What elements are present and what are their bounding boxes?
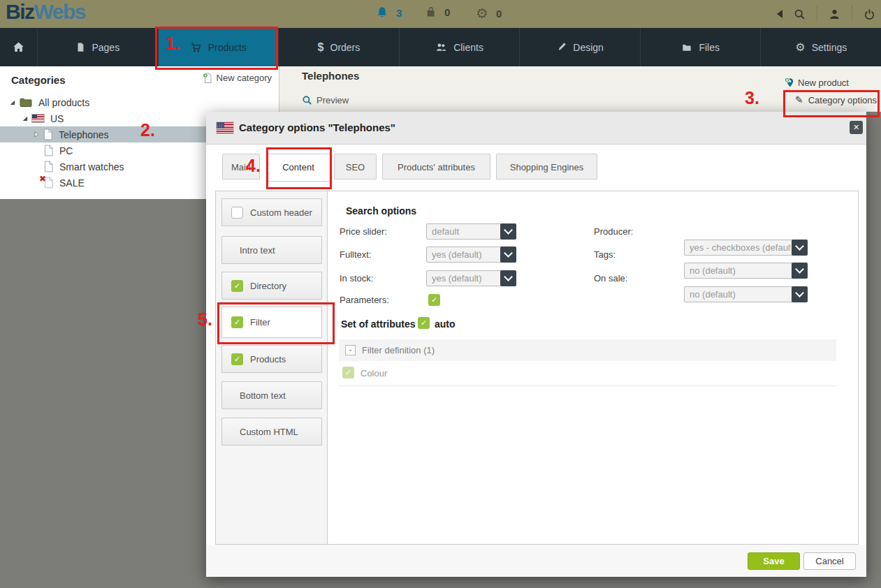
top-header-bar: BizWebs 3 0 ⚙ 0 <box>0 0 881 28</box>
collapse-minus-icon[interactable]: - <box>345 345 356 355</box>
filter-definition-label: Filter definition (1) <box>362 339 435 361</box>
parameters-checkbox[interactable]: ✓ <box>428 294 440 306</box>
section-button-filter[interactable]: ✓ Filter <box>221 307 322 338</box>
category-options-modal: Category options "Telephones" ✕ Main Con… <box>206 112 866 577</box>
colour-checkbox[interactable]: ✓ <box>342 367 354 378</box>
price-slider-select[interactable]: default <box>426 223 516 240</box>
section-button-directory[interactable]: ✓ Directory <box>221 272 322 300</box>
modal-footer: Save Cancel <box>206 545 866 577</box>
tree-item-all-products[interactable]: All products <box>0 94 288 110</box>
tab-products-attributes[interactable]: Products' attributes <box>382 154 490 179</box>
section-label: Filter <box>250 317 270 328</box>
folder-icon <box>681 43 692 52</box>
nav-item-design[interactable]: Design <box>519 28 640 66</box>
price-slider-label: Price slider: <box>340 223 387 240</box>
filter-definition-bar: - Filter definition (1) <box>339 339 836 361</box>
category-options-label: Category options <box>808 95 877 105</box>
tab-content[interactable]: Content <box>266 154 330 182</box>
checkbox-checked[interactable]: ✓ <box>231 353 243 365</box>
auto-label: auto <box>435 318 456 330</box>
section-button-bottom-text[interactable]: Bottom text <box>221 381 322 409</box>
section-label: Directory <box>250 281 286 291</box>
system-count: 0 <box>496 8 502 20</box>
parameters-label: Parameters: <box>340 295 389 305</box>
power-icon[interactable] <box>864 8 875 20</box>
document-icon <box>44 161 53 172</box>
folder-icon <box>20 98 32 108</box>
checkbox-checked[interactable]: ✓ <box>231 280 243 292</box>
notifications-group[interactable]: 3 <box>376 6 402 19</box>
nav-label: Orders <box>330 42 361 53</box>
pencil-icon: ✎ <box>795 94 803 105</box>
nav-label: Clients <box>453 42 483 53</box>
nav-item-pages[interactable]: Pages <box>37 28 158 66</box>
modal-header: Category options "Telephones" ✕ <box>206 112 866 145</box>
close-icon[interactable]: ✕ <box>850 121 863 134</box>
in-stock-select[interactable]: yes (default) <box>426 270 516 286</box>
dollar-icon: $ <box>318 41 324 54</box>
form-row: Fulltext: yes (default) Tags: no (defaul… <box>340 247 837 263</box>
chevron-down-icon[interactable] <box>500 270 516 286</box>
nav-item-clients[interactable]: Clients <box>399 28 520 66</box>
section-button-products[interactable]: ✓ Products <box>221 345 322 373</box>
tree-open-arrow-icon[interactable] <box>22 115 28 122</box>
new-category-button[interactable]: New category <box>202 72 272 84</box>
nav-item-home[interactable] <box>0 28 37 66</box>
section-label: Intro text <box>240 245 275 256</box>
logo-part-biz: Biz <box>6 0 34 23</box>
new-product-button[interactable]: New product <box>784 77 849 89</box>
user-icon[interactable] <box>829 8 840 20</box>
bizwebs-logo: BizWebs <box>6 0 85 24</box>
tree-open-arrow-icon[interactable] <box>9 99 15 105</box>
collapse-arrow-icon[interactable] <box>777 10 782 18</box>
set-of-attributes-checkbox[interactable]: ✓ <box>418 317 430 329</box>
users-icon <box>435 42 447 52</box>
fulltext-label: Fulltext: <box>340 247 372 263</box>
tree-item-label: Smart watches <box>59 161 124 172</box>
tree-item-label: All products <box>38 97 89 108</box>
nav-item-settings[interactable]: ⚙ Settings <box>760 28 881 66</box>
brush-icon <box>556 42 567 52</box>
fulltext-select[interactable]: yes (default) <box>426 247 516 263</box>
orders-counter-group[interactable]: 0 <box>425 6 450 18</box>
section-button-custom-header[interactable]: Custom header <box>221 198 322 226</box>
cancel-button[interactable]: Cancel <box>803 552 856 570</box>
chevron-down-icon[interactable] <box>792 286 808 302</box>
tree-item-label: SALE <box>59 177 85 189</box>
section-label: Custom HTML <box>240 427 298 437</box>
search-icon[interactable] <box>794 8 806 20</box>
tab-seo[interactable]: SEO <box>334 154 377 179</box>
chevron-down-icon[interactable] <box>500 247 516 263</box>
selected-value: default <box>432 224 500 239</box>
category-options-button[interactable]: ✎ Category options <box>795 94 877 105</box>
preview-label: Preview <box>316 95 349 105</box>
nav-item-orders[interactable]: $ Orders <box>278 28 399 66</box>
tab-shopping-engines[interactable]: Shopping Engines <box>496 154 597 179</box>
checkbox-unchecked[interactable] <box>231 207 243 219</box>
selected-value: no (default) <box>690 287 791 302</box>
nav-label: Products <box>208 42 247 53</box>
dim-overlay-left <box>0 199 206 588</box>
nav-label: Settings <box>812 42 847 53</box>
on-sale-select[interactable]: no (default) <box>684 286 808 302</box>
bell-icon <box>376 6 388 19</box>
system-counter-group[interactable]: ⚙ 0 <box>476 6 502 20</box>
new-product-pin-icon <box>784 77 795 89</box>
preview-link[interactable]: Preview <box>302 95 349 105</box>
tab-main[interactable]: Main <box>222 154 260 179</box>
chevron-down-icon[interactable] <box>500 223 516 240</box>
producer-label: Producer: <box>594 223 633 240</box>
us-flag-icon <box>217 122 233 133</box>
section-button-intro-text[interactable]: Intro text <box>221 236 322 264</box>
page-icon <box>75 42 85 52</box>
tree-closed-arrow-icon[interactable] <box>34 131 39 138</box>
colour-attribute-label: Colour <box>361 368 387 378</box>
new-category-label: New category <box>217 73 272 83</box>
section-button-custom-html[interactable]: Custom HTML <box>221 418 322 446</box>
checkbox-checked[interactable]: ✓ <box>231 316 243 328</box>
nav-item-products[interactable]: Products <box>158 28 279 66</box>
page-title: Telephones <box>302 70 359 82</box>
save-button[interactable]: Save <box>748 552 800 570</box>
nav-item-files[interactable]: Files <box>640 28 761 66</box>
notifications-count: 3 <box>396 7 402 19</box>
